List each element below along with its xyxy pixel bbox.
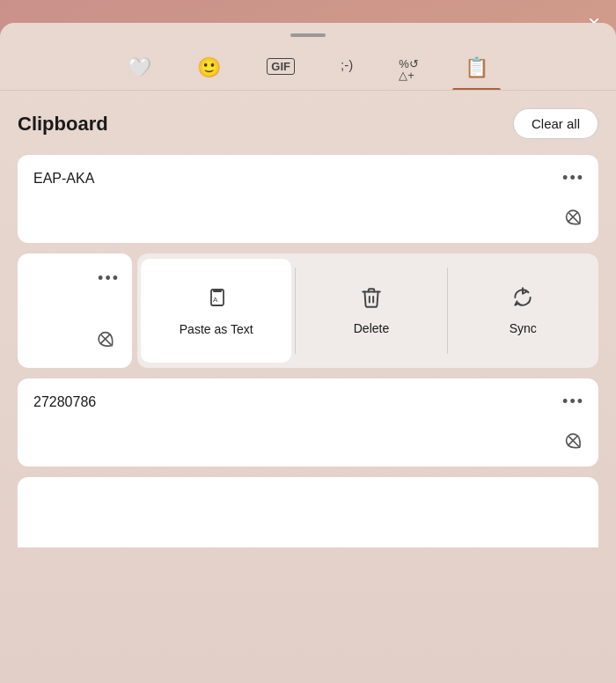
sync-icon [511,286,534,314]
delete-button[interactable]: Delete [296,253,446,368]
paste-as-text-button[interactable]: A Paste as Text [141,259,291,363]
drag-handle-row [0,23,616,44]
clipboard-item-1-pin-button[interactable] [561,206,590,234]
clipboard-title: Clipboard [18,113,108,136]
clipboard-item-3: 27280786 ••• [18,378,598,466]
clipboard-item-4-partial [18,477,598,547]
tab-kaomoji[interactable]: ;-) [328,51,365,90]
clipboard-content: Clipboard Clear all EAP-AKA ••• ••• [0,91,616,683]
clipboard-item-2-pin-button[interactable] [94,327,125,358]
tab-favorites[interactable]: 🤍 [115,51,164,90]
svg-line-6 [569,437,579,446]
bottom-sheet: 🤍 🙂 GIF ;-) %↺△+ 📋 Clipboard Clear all E… [0,23,616,683]
delete-label: Delete [354,321,389,335]
context-menu: A Paste as Text [137,253,598,368]
clipboard-item-2-more-button[interactable]: ••• [98,269,120,288]
svg-text:A: A [213,296,218,304]
tab-symbols[interactable]: %↺△+ [386,51,431,90]
drag-handle [290,33,326,37]
sync-label: Sync [510,321,537,335]
clipboard-item-3-text: 27280786 [33,394,96,409]
clipboard-item-3-more-button[interactable]: ••• [562,393,584,411]
clipboard-item-2-card: ••• [18,253,132,368]
clear-all-button[interactable]: Clear all [513,108,598,139]
clipboard-item-1: EAP-AKA ••• [18,155,598,243]
emoji-icon: 🙂 [197,58,221,77]
clipboard-item-1-text: EAP-AKA [33,171,94,186]
svg-line-0 [569,213,579,223]
favorites-icon: 🤍 [128,58,151,77]
tab-emoji[interactable]: 🙂 [185,51,233,90]
delete-icon [360,286,383,314]
clipboard-icon: 📋 [465,58,488,77]
clipboard-item-2: ••• A [18,253,598,368]
tabs-row: 🤍 🙂 GIF ;-) %↺△+ 📋 [0,44,616,91]
gif-icon: GIF [267,58,295,75]
paste-as-text-icon: A [204,285,229,315]
svg-line-2 [102,335,112,345]
clipboard-item-3-pin-button[interactable] [561,430,590,458]
tab-clipboard[interactable]: 📋 [452,51,501,90]
kaomoji-icon: ;-) [341,58,353,71]
sync-button[interactable]: Sync [448,253,598,368]
clipboard-header: Clipboard Clear all [18,108,598,139]
symbols-icon: %↺△+ [399,58,419,81]
clipboard-item-1-more-button[interactable]: ••• [562,169,584,187]
paste-as-text-label: Paste as Text [180,322,253,336]
tab-gif[interactable]: GIF [254,51,307,90]
